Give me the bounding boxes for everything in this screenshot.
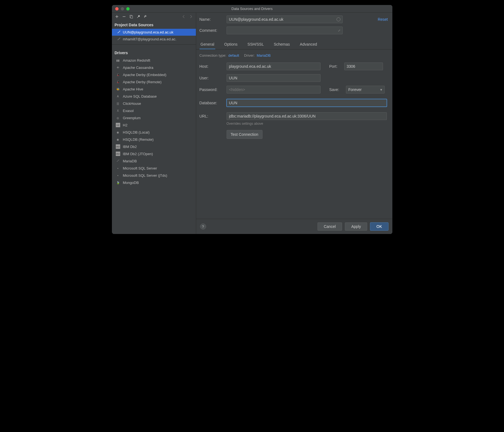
driver-icon: H2	[116, 123, 120, 127]
expand-icon[interactable]: ⤢	[338, 29, 340, 32]
header-form: Name: Reset Comment: ⤢	[196, 13, 392, 38]
driver-icon: 🎩	[116, 80, 120, 84]
help-button[interactable]: ?	[200, 223, 206, 230]
driver-item[interactable]: 🎩Apache Derby (Remote)	[112, 78, 196, 85]
password-label: Password:	[200, 87, 224, 92]
driver-label: Microsoft SQL Server (jTds)	[123, 173, 167, 178]
data-source-label: mhamilt7@playground.eca.ed.ac.	[123, 37, 177, 41]
driver-label: Apache Derby (Remote)	[123, 80, 162, 84]
back-icon[interactable]	[182, 14, 186, 19]
conn-type-value[interactable]: default	[228, 53, 239, 58]
main-panel: Name: Reset Comment: ⤢ General	[196, 13, 392, 234]
driver-value[interactable]: MariaDB	[257, 53, 271, 58]
save-value: Forever	[348, 87, 362, 92]
dialog-window: Data Sources and Drivers Project Data So…	[112, 5, 392, 234]
driver-label: Apache Derby (Embedded)	[123, 73, 167, 77]
sidebar: Project Data Sources UUN@playground.eca.…	[112, 13, 196, 234]
apply-button[interactable]: Apply	[345, 222, 367, 231]
driver-icon: X	[116, 108, 120, 113]
driver-label: Microsoft SQL Server	[123, 166, 157, 170]
url-hint: Overrides settings above	[227, 122, 388, 126]
driver-label: HSQLDB (Remote)	[123, 137, 154, 142]
database-input[interactable]	[227, 99, 387, 107]
add-icon[interactable]	[115, 14, 119, 19]
comment-label: Comment:	[200, 28, 224, 33]
driver-label: IBM Db2 (JTOpen)	[123, 152, 153, 156]
tab-general[interactable]: General	[200, 40, 216, 49]
driver-item[interactable]: ▪Microsoft SQL Server	[112, 165, 196, 172]
driver-item[interactable]: DB2IBM Db2	[112, 143, 196, 150]
driver-icon: DB2	[116, 152, 120, 156]
driver-icon: 🐝	[116, 87, 120, 91]
driver-icon: ◉	[116, 130, 120, 134]
database-label: Database:	[200, 101, 224, 105]
reset-link[interactable]: Reset	[378, 17, 388, 22]
port-label: Port:	[329, 64, 342, 69]
copy-icon[interactable]	[129, 14, 133, 19]
driver-item[interactable]: ◉HSQLDB (Remote)	[112, 136, 196, 143]
driver-icon: ▮▮	[116, 58, 120, 63]
driver-label: Apache Cassandra	[123, 66, 154, 70]
driver-item[interactable]: H2H2	[112, 121, 196, 129]
chevron-down-icon: ▾	[380, 87, 382, 92]
data-source-item[interactable]: mhamilt7@playground.eca.ed.ac.	[112, 36, 196, 43]
window-title: Data Sources and Drivers	[112, 7, 392, 11]
url-input[interactable]	[227, 112, 387, 120]
driver-item[interactable]: DB2IBM Db2 (JTOpen)	[112, 150, 196, 157]
titlebar: Data Sources and Drivers	[112, 5, 392, 13]
driver-item[interactable]: 🎩Apache Derby (Embedded)	[112, 71, 196, 78]
driver-item[interactable]: ◉HSQLDB (Local)	[112, 129, 196, 136]
database-icon	[117, 37, 121, 41]
tab-schemas[interactable]: Schemas	[273, 40, 291, 49]
port-input[interactable]	[344, 63, 383, 70]
driver-item[interactable]: MariaDB	[112, 157, 196, 165]
sidebar-toolbar	[112, 13, 196, 20]
driver-item[interactable]: 🍃MongoDB	[112, 179, 196, 186]
comment-input[interactable]	[227, 27, 343, 34]
name-input[interactable]	[227, 15, 343, 23]
driver-icon	[116, 159, 120, 163]
drivers-header: Drivers	[112, 48, 196, 57]
driver-label: MariaDB	[123, 159, 137, 163]
driver-item[interactable]: XExasol	[112, 107, 196, 114]
driver-icon: 🎩	[116, 72, 120, 77]
general-tab-content: Connection type: default Driver: MariaDB…	[196, 50, 392, 219]
driver-label: Apache Hive	[123, 87, 143, 91]
driver-item[interactable]: 🐝Apache Hive	[112, 85, 196, 93]
driver-item[interactable]: 👁Apache Cassandra	[112, 64, 196, 71]
revert-icon[interactable]	[143, 14, 148, 19]
forward-icon[interactable]	[189, 14, 193, 19]
project-data-sources-header: Project Data Sources	[112, 20, 196, 29]
test-connection-button[interactable]: Test Connection	[227, 130, 262, 139]
tab-advanced[interactable]: Advanced	[299, 40, 318, 49]
tab-ssh-ssl[interactable]: SSH/SSL	[246, 40, 265, 49]
driver-icon: 🍃	[116, 180, 120, 185]
remove-icon[interactable]	[122, 14, 126, 19]
driver-label: MongoDB	[123, 181, 139, 185]
driver-item[interactable]: |||ClickHouse	[112, 100, 196, 107]
driver-label: Greenplum	[123, 116, 141, 120]
cancel-button[interactable]: Cancel	[317, 222, 342, 231]
driver-label: Amazon Redshift	[123, 58, 150, 63]
save-label: Save:	[329, 87, 343, 92]
driver-label: Driver:	[244, 53, 254, 58]
password-input[interactable]	[227, 86, 321, 93]
save-select[interactable]: Forever ▾	[346, 86, 385, 93]
data-source-item[interactable]: UUN@playground.eca.ed.ac.uk	[112, 29, 196, 36]
tab-options[interactable]: Options	[223, 40, 238, 49]
wrench-icon[interactable]	[136, 14, 141, 19]
data-source-label: UUN@playground.eca.ed.ac.uk	[123, 30, 174, 34]
driver-icon: 👁	[116, 65, 120, 70]
driver-item[interactable]: ▪Microsoft SQL Server (jTds)	[112, 172, 196, 179]
host-input[interactable]	[227, 63, 321, 70]
driver-label: IBM Db2	[123, 145, 137, 149]
user-input[interactable]	[227, 74, 321, 82]
database-icon	[117, 30, 121, 34]
driver-item[interactable]: ▮▮Amazon Redshift	[112, 57, 196, 64]
drivers-list[interactable]: ▮▮Amazon Redshift 👁Apache Cassandra 🎩Apa…	[112, 57, 196, 234]
driver-label: HSQLDB (Local)	[123, 130, 150, 134]
ok-button[interactable]: OK	[370, 222, 388, 231]
driver-item[interactable]: AAzure SQL Database	[112, 93, 196, 100]
driver-item[interactable]: ◎Greenplum	[112, 114, 196, 121]
driver-icon: ▪	[116, 173, 120, 178]
